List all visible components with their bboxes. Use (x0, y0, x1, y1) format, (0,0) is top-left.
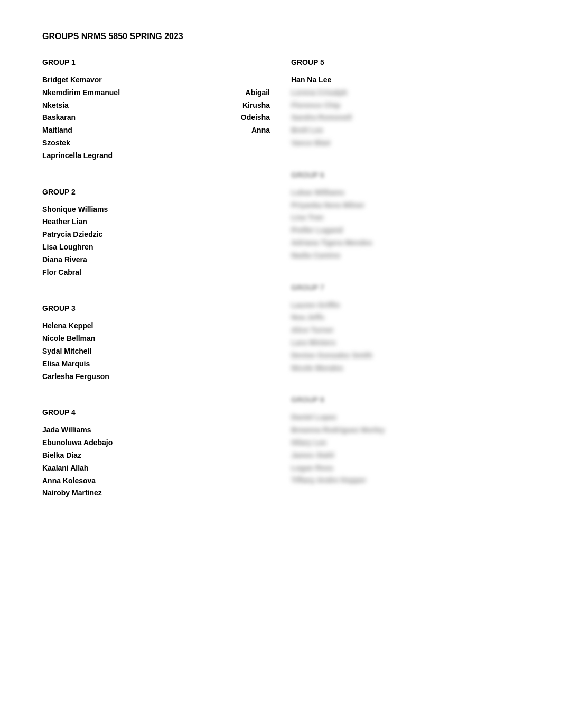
list-item: Hilary Lee (291, 437, 519, 449)
group3-section: GROUP 3 Helena Keppel Nicole Bellman Syd… (42, 304, 270, 383)
group6-section: GROUP 6 Lukas Williams Priyanka Nora Mil… (291, 171, 519, 262)
list-item: Noa Jeffs (291, 311, 519, 324)
list-item: Nicole Bellman (42, 333, 270, 345)
group2-heading: GROUP 2 (42, 188, 270, 196)
list-item: Preller Lugand (291, 224, 519, 237)
group7-heading: GROUP 7 (291, 283, 519, 299)
right-column: GROUP 5 Han Na Lee Lorena Crisalph Flore… (280, 58, 519, 525)
list-item: Elisa Marquis (42, 358, 270, 371)
group4-heading: GROUP 4 (42, 408, 270, 417)
list-item: Nkemdirim Emmanuel Abigail (42, 87, 270, 99)
list-item: Lukas Williams (291, 187, 519, 199)
list-item: Jada Williams (42, 424, 270, 437)
list-item: Vance Blair (291, 137, 519, 150)
list-item: Denise Gonzalez Smith (291, 349, 519, 362)
list-item: Helena Keppel (42, 320, 270, 333)
columns-wrapper: GROUP 1 Bridget Kemavor Nkemdirim Emmanu… (42, 58, 519, 525)
group5-section: GROUP 5 Han Na Lee Lorena Crisalph Flore… (291, 58, 519, 150)
list-item: Alice Turner (291, 324, 519, 337)
list-item: Tiffany Andre Hopper (291, 474, 519, 487)
list-item: Diana Rivera (42, 254, 270, 266)
list-item: Florence Chip (291, 99, 519, 112)
group6-heading: GROUP 6 (291, 171, 519, 187)
list-item: Breanna Rodriguez Morley (291, 424, 519, 437)
list-item: Lisa Loughren (42, 241, 270, 254)
group6-members-list: Lukas Williams Priyanka Nora Milner Lisa… (291, 187, 519, 262)
group4-section: GROUP 4 Jada Williams Ebunoluwa Adebajo … (42, 408, 270, 500)
list-item: Nairoby Martinez (42, 487, 270, 500)
list-item: Nketsia Kirusha (42, 99, 270, 112)
list-item: Logan Ross (291, 462, 519, 475)
list-item: James Stahl (291, 449, 519, 462)
list-item: Baskaran Odeisha (42, 112, 270, 124)
group1-members-list: Bridget Kemavor Nkemdirim Emmanuel Abiga… (42, 74, 270, 162)
list-item: Brett Lee (291, 124, 519, 137)
group8-heading: GROUP 8 (291, 395, 519, 411)
group3-members-list: Helena Keppel Nicole Bellman Sydal Mitch… (42, 320, 270, 383)
list-item: Daniel Lopez (291, 411, 519, 424)
group4-members-list: Jada Williams Ebunoluwa Adebajo Bielka D… (42, 424, 270, 500)
list-item: Lauren Griffin (291, 299, 519, 312)
list-item: Szostek (42, 137, 270, 150)
list-item: Carlesha Ferguson (42, 371, 270, 383)
group8-members-list: Daniel Lopez Breanna Rodriguez Morley Hi… (291, 411, 519, 487)
group3-heading: GROUP 3 (42, 304, 270, 312)
list-item: Maitland Anna (42, 124, 270, 137)
list-item: Kaalani Allah (42, 462, 270, 475)
group5-members-list: Han Na Lee Lorena Crisalph Florence Chip… (291, 74, 519, 150)
list-item: Nadia Camino (291, 250, 519, 262)
list-item: Adriana Tigera Mendes (291, 237, 519, 250)
list-item: Laprincella Legrand (42, 150, 270, 162)
list-item: Han Na Lee (291, 74, 519, 87)
list-item: Priyanka Nora Milner (291, 199, 519, 212)
page-title: GROUPS NRMS 5850 SPRING 2023 (42, 32, 519, 41)
list-item: Lara Winters (291, 337, 519, 349)
left-column: GROUP 1 Bridget Kemavor Nkemdirim Emmanu… (42, 58, 280, 525)
list-item: Sydal Mitchell (42, 345, 270, 358)
list-item: Ebunoluwa Adebajo (42, 437, 270, 449)
list-item: Sandra Romonell (291, 112, 519, 124)
group8-section: GROUP 8 Daniel Lopez Breanna Rodriguez M… (291, 395, 519, 487)
group1-section: GROUP 1 Bridget Kemavor Nkemdirim Emmanu… (42, 58, 270, 162)
list-item: Shonique Williams (42, 204, 270, 216)
list-item: Heather Lian (42, 216, 270, 228)
list-item: Patrycia Dziedzic (42, 228, 270, 241)
group2-members-list: Shonique Williams Heather Lian Patrycia … (42, 204, 270, 279)
group7-members-list: Lauren Griffin Noa Jeffs Alice Turner La… (291, 299, 519, 375)
page-container: GROUPS NRMS 5850 SPRING 2023 GROUP 1 Bri… (42, 32, 519, 525)
list-item: Nicole Morales (291, 362, 519, 375)
list-item: Bielka Diaz (42, 449, 270, 462)
group1-heading: GROUP 1 (42, 58, 270, 67)
group2-section: GROUP 2 Shonique Williams Heather Lian P… (42, 188, 270, 279)
group5-heading: GROUP 5 (291, 58, 519, 67)
list-item: Lisa Tran (291, 211, 519, 224)
list-item: Anna Kolesova (42, 475, 270, 487)
list-item: Bridget Kemavor (42, 74, 270, 87)
list-item: Lorena Crisalph (291, 87, 519, 99)
group7-section: GROUP 7 Lauren Griffin Noa Jeffs Alice T… (291, 283, 519, 375)
list-item: Flor Cabral (42, 266, 270, 279)
